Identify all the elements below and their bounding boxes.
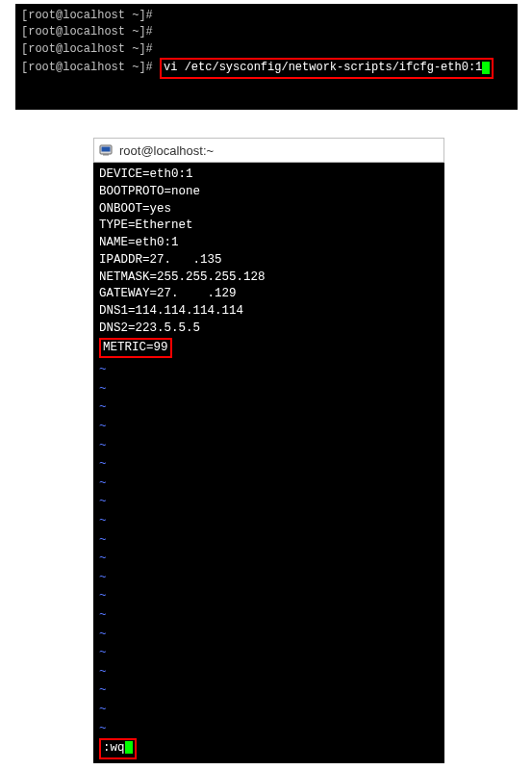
svg-rect-2 xyxy=(103,154,109,156)
prompt-line-3: [root@localhost ~]# xyxy=(21,41,512,58)
prompt-line-4: [root@localhost ~]# vi /etc/sysconfig/ne… xyxy=(21,58,512,78)
vi-tilde: ~ xyxy=(99,421,439,433)
shell-prompt: [root@localhost ~]# xyxy=(21,42,153,56)
config-line-metric: METRIC=99 xyxy=(99,338,439,359)
vi-tilde: ~ xyxy=(99,629,439,641)
vi-wq-command: wq xyxy=(111,741,125,755)
prompt-line-2: [root@localhost ~]# xyxy=(21,24,512,40)
vi-tilde: ~ xyxy=(99,534,439,547)
netmask-mid: 255. xyxy=(186,270,215,284)
redacted-text: xxxx xyxy=(179,287,208,300)
editor-content: DEVICE=eth0:1 BOOTPROTO=none ONBOOT=yes … xyxy=(99,167,439,358)
metric-highlight: METRIC=99 xyxy=(99,338,172,359)
window-title-bar: root@localhost:~ xyxy=(93,138,444,163)
vi-tilde: ~ xyxy=(99,552,439,565)
shell-prompt: [root@localhost ~]# xyxy=(21,25,153,38)
cursor-icon xyxy=(482,62,490,74)
vi-tilde: ~ xyxy=(99,647,439,659)
putty-icon xyxy=(98,142,114,158)
gateway-suffix: .129 xyxy=(208,287,237,300)
wq-command-highlight: :wq xyxy=(99,738,137,759)
ipaddr-suffix: .135 xyxy=(193,253,222,267)
window-title-text: root@localhost:~ xyxy=(119,143,214,158)
config-line-ipaddr: IPADDR=27.xxx.135 xyxy=(99,252,439,270)
shell-prompt: [root@localhost ~]# xyxy=(21,61,153,74)
shell-prompt: [root@localhost ~]# xyxy=(21,9,153,22)
vi-tilde: ~ xyxy=(99,383,439,396)
vi-tilde: ~ xyxy=(99,704,439,716)
vi-tilde: ~ xyxy=(99,572,439,584)
vi-command-highlight: vi /etc/sysconfig/network-scripts/ifcfg-… xyxy=(160,58,494,78)
vi-tilde: ~ xyxy=(99,496,439,508)
config-line-gateway: GATEWAY=27.xxxx.129 xyxy=(99,286,439,303)
prompt-line-1: [root@localhost ~]# xyxy=(21,8,512,24)
vi-tilde: ~ xyxy=(99,364,439,376)
ipaddr-prefix: IPADDR=27. xyxy=(99,253,171,267)
vi-tilde: ~ xyxy=(99,458,439,471)
cursor-icon xyxy=(125,741,133,754)
netmask-prefix: NETMASK=255. xyxy=(99,270,186,284)
vi-tilde: ~ xyxy=(99,684,439,697)
vi-colon: : xyxy=(103,741,111,755)
config-line-name: NAME=eth0:1 xyxy=(99,235,439,252)
config-line-bootproto: BOOTPROTO=none xyxy=(99,184,439,201)
vi-tilde: ~ xyxy=(99,440,439,452)
vi-command-text[interactable]: vi /etc/sysconfig/network-scripts/ifcfg-… xyxy=(164,61,482,74)
vi-empty-lines: ~ ~ ~ ~ ~ ~ ~ ~ ~ ~ ~ ~ ~ ~ ~ ~ ~ ~ ~ ~ xyxy=(99,358,439,738)
vi-tilde: ~ xyxy=(99,666,439,679)
config-line-type: TYPE=Ethernet xyxy=(99,218,439,235)
terminal-command-window: [root@localhost ~]# [root@localhost ~]# … xyxy=(15,4,518,110)
vi-tilde: ~ xyxy=(99,477,439,490)
config-line-dns1: DNS1=114.114.114.114 xyxy=(99,303,439,321)
config-line-onboot: ONBOOT=yes xyxy=(99,201,439,218)
vi-command-line[interactable]: :wq xyxy=(99,738,439,759)
config-line-dns2: DNS2=223.5.5.5 xyxy=(99,321,439,338)
vi-editor-window[interactable]: DEVICE=eth0:1 BOOTPROTO=none ONBOOT=yes … xyxy=(93,163,444,763)
svg-rect-1 xyxy=(102,147,111,152)
redacted-text: xxx xyxy=(171,253,193,267)
vi-tilde: ~ xyxy=(99,515,439,527)
vi-tilde: ~ xyxy=(99,590,439,603)
vi-tilde: ~ xyxy=(99,723,439,735)
gateway-prefix: GATEWAY=27. xyxy=(99,287,179,300)
netmask-suffix: 255.128 xyxy=(215,270,266,284)
vi-tilde: ~ xyxy=(99,401,439,414)
config-line-device: DEVICE=eth0:1 xyxy=(99,167,439,184)
vi-tilde: ~ xyxy=(99,609,439,622)
config-line-netmask: NETMASK=255.255.255.128 xyxy=(99,270,439,287)
